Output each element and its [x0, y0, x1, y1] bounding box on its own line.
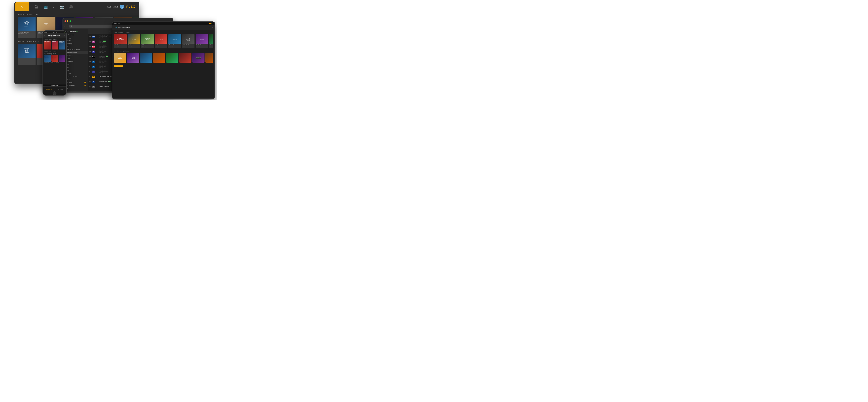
tv-card-late-show[interactable]: THELATE LATESHOWJAMESCORDEN The Late Lat… — [18, 17, 35, 38]
ipad-ucard-goldbergs[interactable]: TheGoldbergs — [114, 53, 126, 63]
mac-watch-later-item[interactable]: Watch Later 11 — [63, 81, 88, 84]
ipad-card-voice[interactable]: The Voice The Voice S14 · E14 — [128, 34, 140, 49]
iphone-home-area — [43, 91, 66, 95]
mac-close-btn[interactable] — [64, 20, 66, 22]
mac-back-icon[interactable]: ‹ — [64, 25, 65, 27]
mac-news-item[interactable]: News — [63, 87, 88, 90]
channel-703[interactable]: 703 NBC — [88, 40, 99, 43]
abchd-logo: ABCHD — [92, 56, 95, 58]
movies-icon[interactable]: 🎬 — [34, 5, 38, 9]
ipad-nav: ‹ 📺 Program Guide ▢ ⚙ — [112, 25, 215, 30]
iphone-tab-discover[interactable]: Discover — [46, 88, 52, 90]
recommended-badge-container: Recommended — [114, 64, 123, 67]
iphone-card-brooklyn[interactable]: BROOKLYN NINE-NINE — [59, 40, 65, 50]
mac-maximize-btn[interactable] — [69, 20, 71, 22]
ipad-card-la-fea[interactable]: La Fea La Fea Ep 28-29 — [155, 34, 167, 49]
mac-program-guide-item[interactable]: ▦ Program Guide — [63, 51, 88, 54]
mac-playlists-item[interactable]: Playlists — [63, 57, 88, 60]
iphone-back-icon[interactable]: ‹ — [44, 34, 45, 36]
ipad-card-nbr[interactable]: NightlyBusinessReport Nightly Biz R... T… — [182, 34, 194, 49]
ipad-ucard-show3[interactable] — [140, 53, 152, 63]
mac-photos-item[interactable]: Photos — [63, 69, 88, 72]
cbs-logo: CBS — [92, 51, 95, 53]
ipad-back-icon[interactable]: ‹ — [114, 27, 114, 28]
ipad-card-jtv[interactable]: jtv JTV Mar 7 — [209, 34, 213, 49]
ipad-statusbar: 12:35 PM 📶 🔋 — [112, 22, 215, 25]
mac-recording-item[interactable]: ⏺ Recording Schedule — [63, 48, 88, 51]
iphone-content: New Episodes Tonight Washington Once Upo… — [43, 37, 66, 85]
recommended-badge: Recommended — [114, 65, 123, 67]
ipad-card-el-dorado[interactable]: El Doradoy Lázaro El Dorado y... Ep 28-2… — [141, 34, 154, 49]
iphone-card-once-upon[interactable]: Once Upon... — [52, 40, 58, 50]
photos-icon[interactable]: 📷 — [60, 5, 64, 9]
iphone-ucard-fresh-off[interactable]: Fresh Off the B... — [52, 55, 58, 62]
ion2-logo: ION — [92, 66, 95, 68]
mac-minimize-btn[interactable] — [67, 20, 68, 22]
mac-sidebar-header: SH's Mac mini — [63, 30, 88, 33]
iphone-home-button[interactable] — [53, 91, 56, 95]
tv-added-card-1[interactable]: THE LATELATESHOWJAMESCORDEN — [18, 44, 35, 65]
tv-username: LiveTVFan — [107, 5, 118, 8]
channel-713[interactable]: 713 KOFY — [88, 75, 99, 78]
kron-logo: KRON4 — [92, 45, 95, 48]
mac-home-icon[interactable]: ⌂ — [66, 25, 67, 27]
videos-icon[interactable]: 🎥 — [69, 5, 73, 9]
channel-707[interactable]: 707 ABCHD — [88, 56, 99, 58]
ipad-card-martha[interactable]: Martha Martha Stew... Ep 28-29 — [195, 34, 208, 49]
channel-711[interactable]: 711 ION — [88, 66, 99, 68]
mac-tv-shows-item[interactable]: TV Shows — [63, 72, 88, 75]
ipad-ucard-show8[interactable] — [206, 53, 213, 63]
music-icon[interactable]: ♪ — [53, 5, 55, 9]
mac-plugins-item[interactable]: Plugins — [63, 78, 88, 81]
iphone-upcoming-cards: The Middle Fresh Off the B... This Is Us — [44, 55, 65, 62]
ipad-ucard-show6[interactable] — [179, 53, 191, 63]
ion-logo: ION — [92, 61, 95, 63]
iphone-tab-browse[interactable]: Browse — [58, 88, 63, 90]
mac-music-item[interactable]: Music — [63, 66, 88, 69]
mac-home-videos-item[interactable]: Home Videos — [63, 60, 88, 63]
iphone-card-washington[interactable]: Washington — [44, 40, 51, 50]
iphone-new-episodes-title: New Episodes Tonight — [44, 39, 65, 40]
ipad-ucard-show4[interactable] — [153, 53, 165, 63]
nbc-logo: NBC — [92, 40, 95, 43]
iphone: Sprint 5:45 PM 🔋 ‹ Program Guide ⋯ New E… — [42, 30, 67, 96]
ipad-upcoming-title: My Upcoming Shows — [114, 50, 213, 52]
iphone-upcoming-subtitles: The Middle Fresh Off.. This Is Us — [44, 62, 65, 63]
channel-704[interactable]: 704 KRON4 — [88, 45, 99, 48]
ipad-window-icon[interactable]: ▢ — [209, 27, 211, 28]
channel-720[interactable]: 720 MLB — [88, 81, 99, 83]
channel-709[interactable]: 709 ION — [88, 61, 99, 63]
channel-712[interactable]: 712 COZI — [88, 70, 99, 73]
iphone-episode-subtitles: Show 1 Show 2 Bloom... — [44, 51, 65, 52]
ipad-ucard-this-is-us[interactable]: THIS IS US — [192, 53, 205, 63]
iphone-upcoming-section: My Upcoming Shows The Middle Fresh Off t… — [44, 53, 65, 63]
tv-shows-icon[interactable]: 📺 — [44, 5, 48, 9]
ipad-title: Program Guide — [118, 27, 130, 28]
ipad-recommended-section: Recommended — [114, 64, 213, 67]
mac-movies-item[interactable]: Movies — [63, 63, 88, 66]
tv-user-avatar[interactable]: L — [120, 5, 124, 9]
ipad-settings-icon[interactable]: ⚙ — [212, 27, 213, 28]
ipad-tv-icon: 📺 — [115, 27, 117, 28]
iphone-bottom-tabs: Discover Browse — [43, 87, 66, 91]
iphone-more-icon[interactable]: ⋯ — [63, 34, 65, 36]
iphone-ucard-this-is-us[interactable]: This Is Us — [59, 55, 65, 62]
channel-705[interactable]: 705 CBS — [88, 51, 99, 53]
mac-channels-item[interactable]: 📺 Channels — [63, 33, 88, 36]
ipad-ucard-premier[interactable]: PremierLeague — [127, 53, 139, 63]
iphone-ucard-middle[interactable]: The Middle — [44, 55, 51, 62]
mac-status-item[interactable]: ◉ Status — [63, 39, 88, 42]
ipad-ucard-show5[interactable] — [166, 53, 179, 63]
ipad-battery: 📶 🔋 — [209, 23, 213, 24]
ipad-card-bachelor[interactable]: THEBACHELOR The Bachelor S22 · E11 — [114, 34, 127, 49]
mac-connection-dot — [76, 31, 78, 32]
ipad-card-jose[interactable]: José Joel José Joel, el... Ep 28-29 — [168, 34, 181, 49]
ipad: 12:35 PM 📶 🔋 ‹ 📺 Program Guide ▢ ⚙ New E… — [112, 22, 215, 99]
mac-settings-item[interactable]: ⚙ Settings — [63, 42, 88, 45]
iphone-carrier: Sprint — [44, 32, 47, 33]
channel-721[interactable]: 721 NHL — [88, 86, 99, 88]
tv-nav-home-button[interactable]: ⌂ — [15, 2, 29, 11]
mac-recommended-item[interactable]: Recommended 2 — [63, 84, 88, 87]
channel-702[interactable]: 702 FOX2 — [88, 36, 99, 38]
voice-label: The Voice — [131, 39, 136, 40]
